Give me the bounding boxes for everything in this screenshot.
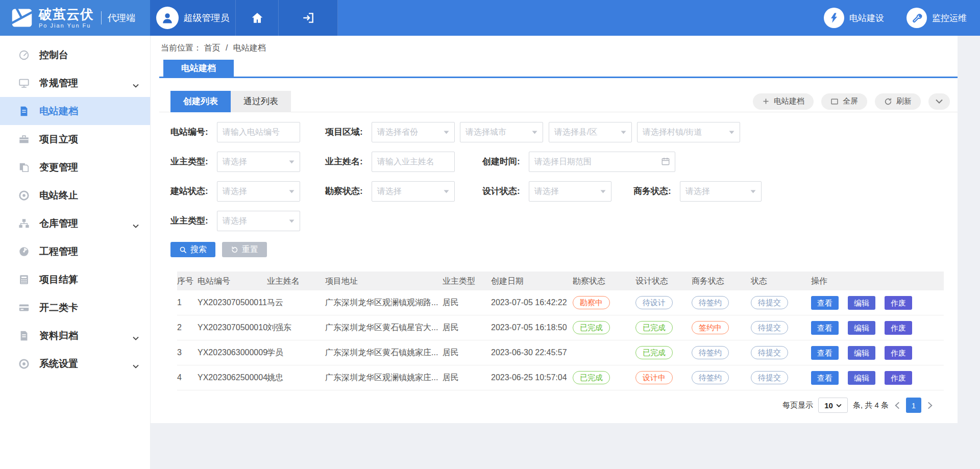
user-menu[interactable]: 超级管理员 [150,0,236,36]
sidebar-item-system-settings[interactable]: 系统设置 [0,350,150,378]
tab-create-list[interactable]: 创建列表 [170,91,231,112]
sidebar-item-project-settlement[interactable]: 项目结算 [0,265,150,293]
sidebar-item-station-termination[interactable]: 电站终止 [0,181,150,209]
business-status-select-value: 请选择 [685,186,710,197]
caret-down-icon [289,160,295,164]
owner-name-input[interactable] [372,152,455,172]
city-select[interactable]: 请选择城市 [460,122,543,142]
town-select-value: 请选择村镇/街道 [643,127,702,138]
reset-button[interactable]: 重置 [222,242,267,257]
void-button[interactable]: 作废 [885,346,912,360]
caret-down-icon [289,190,295,193]
sidebar-item-label: 常规管理 [39,77,78,90]
sidebar-item-label: 电站终止 [39,189,78,202]
view-button[interactable]: 查看 [811,346,839,360]
home-icon [251,11,264,24]
station-no-input[interactable] [217,122,300,142]
sidebar-item-change-management[interactable]: 变更管理 [0,153,150,181]
page-number-1[interactable]: 1 [906,398,921,413]
province-select[interactable]: 请选择省份 [372,122,455,142]
sidebar-item-open-card[interactable]: 开二类卡 [0,293,150,322]
status-badge: 待设计 [635,296,673,309]
cell-seq: 2 [177,323,198,332]
business-status-select[interactable]: 请选择 [680,181,762,202]
next-page-button[interactable] [926,402,934,409]
filter-form: 电站编号: 项目区域: 请选择省份 请选择城市 请选择县/区 [159,112,958,231]
add-station-button[interactable]: 电站建档 [753,93,814,110]
sidebar-item-station-archive[interactable]: 电站建档 [0,97,150,125]
prev-page-button[interactable] [894,402,901,409]
search-button[interactable]: 搜索 [170,242,215,257]
sidebar-item-label: 变更管理 [39,161,78,174]
sidebar-item-general-management[interactable]: 常规管理 [0,69,150,97]
col-status: 状态 [751,271,811,290]
page-tab-station-archive[interactable]: 电站建档 [163,60,234,77]
col-actions: 操作 [811,271,944,290]
province-select-value: 请选择省份 [377,127,418,138]
page-size-select[interactable]: 10 [818,398,848,413]
logout-button[interactable] [279,0,338,36]
design-status-select[interactable]: 请选择 [529,181,611,202]
view-button[interactable]: 查看 [811,321,839,335]
view-button[interactable]: 查看 [811,371,839,385]
owner-type-select[interactable]: 请选择 [217,152,300,172]
collapse-toolbar-button[interactable] [928,93,950,110]
build-status-select[interactable]: 请选择 [217,181,300,202]
void-button[interactable]: 作废 [885,321,912,335]
sidebar-item-console[interactable]: 控制台 [0,41,150,69]
county-select[interactable]: 请选择县/区 [549,122,632,142]
breadcrumb-home-link[interactable]: 首页 [204,43,220,52]
town-select[interactable]: 请选择村镇/街道 [637,122,740,142]
nav-station-build[interactable]: 电站建设 [824,0,884,36]
refresh-button[interactable]: 刷新 [875,93,921,110]
sidebar-item-warehouse-management[interactable]: 仓库管理 [0,209,150,237]
cell-seq: 3 [177,348,198,357]
edit-button[interactable]: 编辑 [848,321,875,335]
cell-address: 广东深圳龙华区黄石镇星官大... [325,323,443,333]
logo-section: 破茧云伏 Po Jian Yun Fu 代理端 [0,0,150,36]
filter-row-2: 业主类型: 请选择 业主姓名: 创建时间: [170,152,958,172]
fullscreen-label: 全屏 [843,96,858,106]
nav-monitor-ops[interactable]: 监控运维 [906,0,967,36]
owner-type2-select[interactable]: 请选择 [217,211,300,231]
table-header: 序号 电站编号 业主姓名 项目地址 业主类型 创建日期 勘察状态 设计状态 商务… [177,271,944,290]
portal-label: 代理端 [101,11,135,24]
create-time-input[interactable] [529,152,675,172]
chevron-right-icon [927,402,933,409]
chevron-down-icon [133,333,139,342]
page-size-value: 10 [824,401,833,410]
station-no-label: 电站编号: [170,122,217,142]
void-button[interactable]: 作废 [885,296,912,310]
edit-button[interactable]: 编辑 [848,371,875,385]
survey-status-select[interactable]: 请选择 [372,181,455,202]
caret-down-icon [289,219,295,223]
gauge-icon [18,245,31,258]
status-badge: 勘察中 [573,296,610,309]
accent-divider [159,77,958,78]
business-status-label: 商务状态: [633,181,680,202]
sidebar-item-project-initiation[interactable]: 项目立项 [0,125,150,153]
home-button[interactable] [236,0,279,36]
logo-icon [11,7,33,29]
status-badge: 已完成 [573,321,610,334]
breadcrumb-separator: / [226,43,228,52]
cell-owner: 马云 [267,298,325,308]
tab-passed-list[interactable]: 通过列表 [231,91,291,112]
lightning-icon [824,8,844,28]
col-seq: 序号 [177,271,198,290]
filter-row-3: 建站状态: 请选择 勘察状态: 请选择 设计状态: 请选择 [170,181,958,202]
edit-button[interactable]: 编辑 [848,296,875,310]
sidebar-item-engineering-management[interactable]: 工程管理 [0,237,150,265]
view-button[interactable]: 查看 [811,296,839,310]
col-code: 电站编号 [198,271,267,290]
cell-code: YX2023063000009 [198,348,267,357]
sidebar-item-data-archive[interactable]: 资料归档 [0,322,150,350]
void-button[interactable]: 作废 [885,371,912,385]
fullscreen-button[interactable]: 全屏 [821,93,867,110]
logout-icon [302,11,315,24]
edit-button[interactable]: 编辑 [848,346,875,360]
station-table: 序号 电站编号 业主姓名 项目地址 业主类型 创建日期 勘察状态 设计状态 商务… [177,271,944,413]
chevron-left-icon [895,402,900,409]
status-badge: 已完成 [635,321,673,334]
filter-actions: 搜索 重置 [159,242,958,257]
